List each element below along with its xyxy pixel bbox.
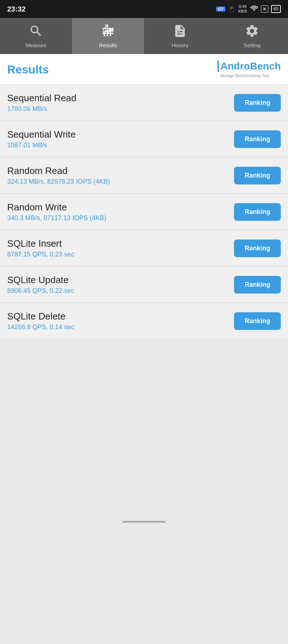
results-header: Results AndroBench Storage Benchmarking … [0,54,288,85]
result-name: Sequential Write [7,129,234,140]
battery-indicator: 65 [271,5,281,13]
results-title: Results [7,63,49,76]
table-row: SQLite Update 8906.45 QPS, 0.22 sec Rank… [0,267,288,303]
table-row: Random Read 324.13 MB/s, 82978.23 IOPS (… [0,157,288,194]
result-value: 340.3 MB/s, 87117.13 IOPS (4KB) [7,214,234,222]
table-row: Sequential Read 1780.06 MB/s Ranking [0,85,288,121]
result-value: 324.13 MB/s, 82978.23 IOPS (4KB) [7,178,234,185]
table-row: Random Write 340.3 MB/s, 87117.13 IOPS (… [0,194,288,230]
brand-logo-text: AndroBench [220,61,281,72]
table-row: SQLite Delete 14256.8 QPS, 0.14 sec Rank… [0,303,288,339]
result-value: 1780.06 MB/s [7,105,234,113]
result-name: Sequential Read [7,93,234,104]
x-icon: ✕ [261,5,268,13]
result-info: SQLite Delete 14256.8 QPS, 0.14 sec [7,311,234,331]
settings-icon [245,24,259,40]
svg-rect-1 [107,30,108,36]
brand-blue: Andro [220,61,250,72]
status-right: GT 📱 0.49 KB/S ✕ 65 [216,4,281,14]
ranking-button-6[interactable]: Ranking [234,312,281,330]
battery-level: 65 [274,6,278,12]
ranking-button-1[interactable]: Ranking [234,130,281,148]
results-icon [101,24,115,40]
tab-setting[interactable]: Setting [216,18,288,54]
result-info: SQLite Insert 8787.15 QPS, 0.23 sec [7,238,234,258]
phone-icon: 📱 [228,6,235,13]
tab-history[interactable]: History [144,18,216,54]
bottom-area [0,339,288,530]
result-info: SQLite Update 8906.45 QPS, 0.22 sec [7,274,234,295]
tab-results[interactable]: Results [72,18,144,54]
result-value: 14256.8 QPS, 0.14 sec [7,323,234,331]
result-value: 1087.01 MB/s [7,142,234,149]
brand-black: Bench [250,61,281,72]
result-name: SQLite Insert [7,238,234,249]
result-info: Sequential Write 1087.01 MB/s [7,129,234,149]
brand-logo: AndroBench Storage Benchmarking Tool [217,61,281,79]
result-info: Random Write 340.3 MB/s, 87117.13 IOPS (… [7,202,234,222]
ranking-button-5[interactable]: Ranking [234,276,281,294]
ranking-button-0[interactable]: Ranking [234,94,281,112]
ranking-button-2[interactable]: Ranking [234,167,281,184]
result-name: SQLite Update [7,274,234,286]
nav-tabs: Measure Results History [0,18,288,54]
tab-measure-label: Measure [26,42,46,48]
tab-history-label: History [172,42,189,48]
gt-badge: GT [216,6,225,12]
ranking-button-3[interactable]: Ranking [234,203,281,221]
result-info: Sequential Read 1780.06 MB/s [7,93,234,113]
table-row: SQLite Insert 8787.15 QPS, 0.23 sec Rank… [0,230,288,267]
status-bar: 23:32 GT 📱 0.49 KB/S ✕ 65 [0,0,288,18]
wifi-icon [250,5,258,13]
ranking-button-4[interactable]: Ranking [234,240,281,257]
result-name: SQLite Delete [7,311,234,322]
home-indicator [122,521,166,523]
tab-measure[interactable]: Measure [0,18,72,54]
table-row: Sequential Write 1087.01 MB/s Ranking [0,121,288,157]
result-value: 8787.15 QPS, 0.23 sec [7,251,234,258]
result-info: Random Read 324.13 MB/s, 82978.23 IOPS (… [7,165,234,185]
tab-results-label: Results [99,42,117,48]
search-icon [29,24,43,40]
result-list: Sequential Read 1780.06 MB/s Ranking Seq… [0,85,288,339]
history-icon [173,24,187,40]
result-name: Random Read [7,165,234,176]
status-time: 23:32 [7,5,26,13]
result-name: Random Write [7,202,234,213]
network-speed: 0.49 KB/S [238,4,247,14]
brand-subtitle: Storage Benchmarking Tool [220,73,269,78]
result-value: 8906.45 QPS, 0.22 sec [7,287,234,295]
brand-bar [217,61,219,72]
tab-setting-label: Setting [244,42,261,48]
